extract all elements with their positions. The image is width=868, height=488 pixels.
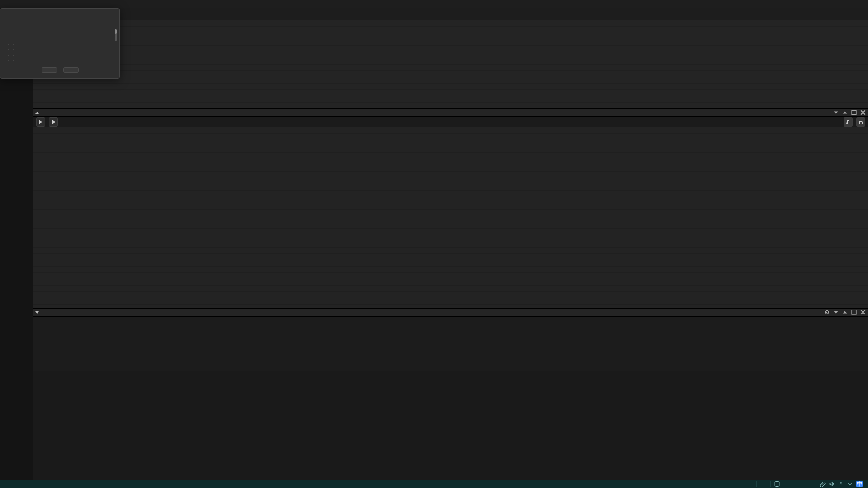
svg-rect-3	[852, 310, 856, 314]
strip-caret-down-icon[interactable]	[833, 309, 839, 315]
headphones-icon[interactable]	[856, 117, 865, 127]
piano-keyboard[interactable]	[0, 8, 33, 480]
svg-rect-0	[852, 110, 856, 115]
cancel-button[interactable]	[63, 67, 79, 73]
desktop-taskbar: 中	[0, 480, 868, 488]
play-button[interactable]	[36, 117, 45, 127]
input-method-icon[interactable]: 中	[856, 481, 863, 487]
waveform-svg	[33, 20, 868, 108]
checkbox-split-by-char[interactable]	[8, 55, 112, 61]
cpu-widget	[756, 481, 770, 487]
piano-roll[interactable]	[33, 127, 868, 308]
wifi-icon[interactable]	[838, 481, 844, 487]
content-column	[33, 8, 868, 480]
music-note-icon[interactable]	[844, 117, 853, 127]
strip-target-icon[interactable]	[824, 309, 830, 315]
waveform-panel[interactable]	[33, 20, 868, 108]
lyrics-dialog	[0, 8, 120, 79]
svg-text:中: 中	[857, 481, 863, 487]
collapse-icon[interactable]	[35, 112, 39, 114]
ok-button[interactable]	[42, 67, 57, 73]
strip-caret-down-icon[interactable]	[833, 109, 839, 116]
attach-icon[interactable]	[820, 481, 826, 487]
collapse-icon[interactable]	[35, 311, 39, 314]
disk-widget	[770, 481, 785, 487]
params-svg	[33, 317, 868, 371]
accompaniment-strip	[33, 108, 868, 117]
play-from-cursor-button[interactable]	[49, 117, 58, 127]
strip-maximize-icon[interactable]	[851, 309, 857, 315]
svg-point-2	[826, 312, 827, 313]
strip-caret-up-icon[interactable]	[842, 309, 848, 315]
transport-bar	[33, 117, 868, 127]
caret-icon[interactable]	[847, 481, 853, 487]
strip-caret-up-icon[interactable]	[842, 109, 848, 116]
main-editor	[0, 8, 868, 480]
params-strip	[33, 308, 868, 316]
timeline-ruler[interactable]	[33, 8, 868, 20]
svg-point-4	[775, 481, 779, 483]
params-panel[interactable]	[33, 316, 868, 371]
lyrics-textarea[interactable]	[8, 20, 112, 38]
textarea-scrollbar[interactable]	[115, 29, 117, 41]
strip-close-icon[interactable]	[860, 309, 866, 315]
volume-icon[interactable]	[829, 481, 835, 487]
checkbox-regular-fill[interactable]	[8, 44, 112, 50]
strip-maximize-icon[interactable]	[851, 109, 857, 116]
menu-bar	[0, 0, 868, 8]
pitch-curve	[33, 127, 868, 308]
strip-close-icon[interactable]	[860, 109, 866, 116]
